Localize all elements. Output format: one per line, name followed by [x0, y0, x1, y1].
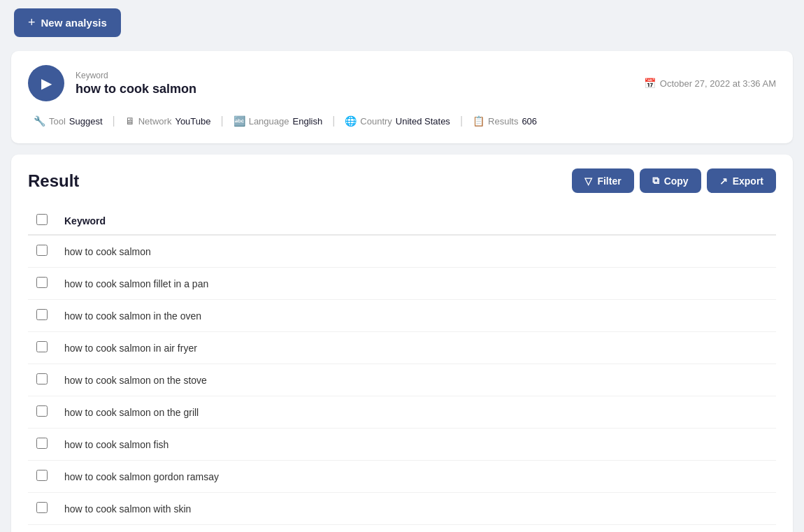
row-checkbox-cell: [28, 461, 56, 493]
meta-country: 🌐 Country United States: [339, 113, 456, 129]
separator-1: |: [113, 115, 115, 127]
row-checkbox[interactable]: [36, 405, 48, 417]
keyword-cell: how to cook salmon on the stove: [56, 364, 776, 396]
filter-label: Filter: [597, 175, 621, 187]
table-row: how to cook salmon on the stove: [28, 364, 776, 396]
table-row: how to cook salmon fillet in a pan: [28, 268, 776, 300]
separator-4: |: [460, 115, 463, 127]
select-all-checkbox[interactable]: [36, 214, 48, 225]
export-label: Export: [733, 175, 763, 187]
network-icon: 🖥: [125, 115, 135, 127]
tool-label: Tool: [49, 116, 66, 127]
row-checkbox-cell: [28, 235, 56, 268]
network-label: Network: [138, 116, 172, 127]
separator-3: |: [332, 115, 335, 127]
youtube-icon-circle: ▶: [28, 65, 64, 101]
keyword-value: how to cook salmon: [76, 82, 196, 96]
results-icon: 📋: [473, 115, 484, 127]
result-header: Result ▽ Filter ⧉ Copy ↗ Export: [28, 168, 776, 193]
keyword-cell: how to cook salmon on the grill: [56, 396, 776, 429]
keyword-cell: how to cook salmon in the oven: [56, 300, 776, 332]
copy-icon: ⧉: [652, 175, 659, 187]
row-checkbox[interactable]: [36, 309, 48, 320]
table-header-row: Keyword: [28, 207, 776, 235]
result-section: Result ▽ Filter ⧉ Copy ↗ Export Keyword: [11, 154, 793, 532]
table-row: how to cook salmon in the oven: [28, 300, 776, 332]
table-row: how to cook salmon with skin: [28, 493, 776, 525]
analysis-card: ▶ Keyword how to cook salmon 📅 October 2…: [11, 51, 793, 143]
keyword-cell: how to cook salmon in air fryer: [56, 332, 776, 364]
keyword-info: Keyword how to cook salmon: [76, 71, 196, 96]
meta-language: 🔤 Language English: [228, 113, 328, 129]
country-icon: 🌐: [345, 115, 357, 127]
meta-network: 🖥 Network YouTube: [120, 113, 217, 129]
row-checkbox-cell: [28, 332, 56, 364]
filter-icon: ▽: [584, 175, 592, 187]
table-row: how to cook salmon in air fryer: [28, 332, 776, 364]
table-row: how to cook salmon fish: [28, 429, 776, 461]
analysis-header: ▶ Keyword how to cook salmon 📅 October 2…: [28, 65, 776, 101]
row-checkbox-cell: [28, 268, 56, 300]
table-row: how to cook salmon croquettes: [28, 525, 776, 533]
results-label: Results: [488, 116, 518, 127]
copy-label: Copy: [664, 175, 689, 187]
country-value: United States: [396, 116, 450, 127]
keyword-cell: how to cook salmon gordon ramsay: [56, 461, 776, 493]
filter-button[interactable]: ▽ Filter: [572, 168, 633, 193]
row-checkbox-cell: [28, 429, 56, 461]
keyword-cell: how to cook salmon croquettes: [56, 525, 776, 533]
language-label: Language: [249, 116, 289, 127]
new-analysis-button[interactable]: + New analysis: [14, 8, 121, 37]
row-checkbox-cell: [28, 396, 56, 429]
date-text: October 27, 2022 at 3:36 AM: [660, 78, 776, 89]
keyword-cell: how to cook salmon fish: [56, 429, 776, 461]
new-analysis-label: New analysis: [41, 17, 107, 29]
calendar-icon: 📅: [644, 78, 656, 89]
keyword-cell: how to cook salmon with skin: [56, 493, 776, 525]
keyword-cell: how to cook salmon fillet in a pan: [56, 268, 776, 300]
table-row: how to cook salmon gordon ramsay: [28, 461, 776, 493]
header-checkbox-cell: [28, 207, 56, 235]
table-row: how to cook salmon: [28, 235, 776, 268]
row-checkbox[interactable]: [36, 245, 48, 256]
export-icon: ↗: [719, 175, 728, 187]
result-actions: ▽ Filter ⧉ Copy ↗ Export: [572, 168, 776, 193]
youtube-play-icon: ▶: [41, 75, 52, 92]
row-checkbox[interactable]: [36, 341, 48, 352]
table-row: how to cook salmon on the grill: [28, 396, 776, 429]
tool-icon: 🔧: [34, 115, 45, 127]
export-button[interactable]: ↗ Export: [707, 168, 776, 193]
analysis-title-group: ▶ Keyword how to cook salmon: [28, 65, 196, 101]
row-checkbox-cell: [28, 493, 56, 525]
row-checkbox-cell: [28, 525, 56, 533]
network-value: YouTube: [175, 116, 210, 127]
language-icon: 🔤: [234, 115, 245, 127]
keyword-cell: how to cook salmon: [56, 235, 776, 268]
row-checkbox-cell: [28, 364, 56, 396]
analysis-meta: 🔧 Tool Suggest | 🖥 Network YouTube | 🔤 L…: [28, 113, 776, 129]
analysis-date: 📅 October 27, 2022 at 3:36 AM: [644, 78, 776, 89]
result-title: Result: [28, 171, 79, 191]
row-checkbox[interactable]: [36, 438, 48, 449]
meta-tool: 🔧 Tool Suggest: [28, 113, 108, 129]
row-checkbox[interactable]: [36, 277, 48, 288]
results-value: 606: [522, 116, 537, 127]
separator-2: |: [221, 115, 224, 127]
copy-button[interactable]: ⧉ Copy: [640, 168, 701, 193]
plus-icon: +: [28, 15, 36, 30]
row-checkbox[interactable]: [36, 502, 48, 513]
row-checkbox[interactable]: [36, 470, 48, 481]
language-value: English: [293, 116, 323, 127]
keyword-column-header: Keyword: [56, 207, 776, 235]
keyword-label: Keyword: [76, 71, 196, 80]
tool-value: Suggest: [69, 116, 103, 127]
country-label: Country: [360, 116, 392, 127]
top-bar: + New analysis: [0, 0, 804, 45]
row-checkbox[interactable]: [36, 373, 48, 384]
keyword-table: Keyword how to cook salmonhow to cook sa…: [28, 207, 776, 532]
meta-results: 📋 Results 606: [467, 113, 543, 129]
row-checkbox-cell: [28, 300, 56, 332]
